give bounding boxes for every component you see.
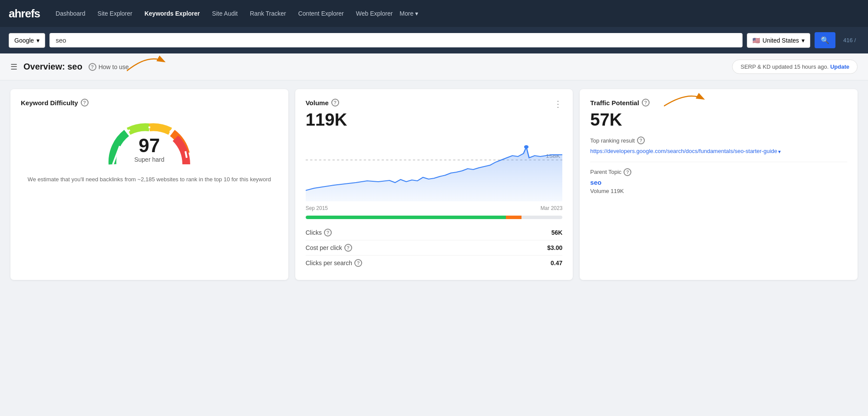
keyword-search-input[interactable]: seo bbox=[50, 33, 743, 47]
kd-card-title: Keyword Difficulty ? bbox=[21, 99, 278, 106]
clicks-info-icon[interactable]: ? bbox=[324, 229, 332, 236]
main-content: Keyword Difficulty ? bbox=[0, 80, 868, 289]
logo-a: a bbox=[9, 7, 14, 20]
gauge-container: 97 Super hard We estimate that you'll ne… bbox=[21, 110, 278, 188]
keyword-difficulty-card: Keyword Difficulty ? bbox=[10, 89, 288, 280]
nav-item-dashboard[interactable]: Dashboard bbox=[50, 7, 91, 20]
volume-value: 119K bbox=[306, 110, 347, 130]
nav-items: Dashboard Site Explorer Keywords Explore… bbox=[50, 7, 859, 20]
page-header: ☰ Overview: seo ? How to use SERP & KD u… bbox=[0, 53, 868, 80]
nav-item-content-explorer[interactable]: Content Explorer bbox=[293, 7, 349, 20]
volume-title-group: Volume ? 119K bbox=[306, 99, 347, 134]
update-link[interactable]: Update bbox=[830, 63, 849, 70]
search-bar: Google ▾ seo 🇺🇸 United States ▾ 🔍 416 / bbox=[0, 27, 868, 53]
update-notice: SERP & KD updated 15 hours ago. Update bbox=[732, 60, 858, 74]
page-title: Overview: seo bbox=[23, 62, 83, 72]
country-chevron-icon: ▾ bbox=[802, 37, 805, 44]
nav-item-keywords-explorer[interactable]: Keywords Explorer bbox=[139, 7, 205, 20]
logo-hrefs: hrefs bbox=[14, 7, 40, 20]
how-to-use-label: How to use bbox=[99, 63, 129, 70]
nav-item-site-explorer[interactable]: Site Explorer bbox=[92, 7, 138, 20]
top-ranking-chevron-icon: ▾ bbox=[778, 148, 781, 156]
kd-info-icon[interactable]: ? bbox=[81, 99, 89, 106]
cps-label: Clicks per search ? bbox=[306, 259, 362, 267]
traffic-potential-card: Traffic Potential ? 57K Top ranking resu… bbox=[580, 89, 858, 280]
hamburger-icon[interactable]: ☰ bbox=[10, 62, 17, 72]
cpc-value: $3.00 bbox=[547, 244, 562, 251]
result-count-badge: 416 / bbox=[840, 35, 859, 45]
top-ranking-url[interactable]: https://developers.google.com/search/doc… bbox=[590, 147, 847, 156]
traffic-card-title: Traffic Potential ? bbox=[590, 99, 847, 106]
clicks-progress-bar bbox=[306, 216, 563, 219]
nav-more-button[interactable]: More ▾ bbox=[399, 10, 418, 17]
svg-point-8 bbox=[524, 145, 528, 149]
stats-rows: Clicks ? 56K Cost per click ? $3.00 Clic… bbox=[306, 225, 563, 270]
parent-topic-label: Parent Topic ? bbox=[590, 168, 847, 176]
logo[interactable]: ahrefs bbox=[9, 7, 40, 20]
clicks-value: 56K bbox=[551, 229, 563, 236]
page-header-left: ☰ Overview: seo ? How to use bbox=[10, 62, 129, 72]
volume-header: Volume ? 119K ⋮ bbox=[306, 99, 563, 134]
chart-dates: Sep 2015 Mar 2023 bbox=[306, 205, 563, 211]
arrow-annotation bbox=[127, 53, 166, 75]
clicks-label: Clicks ? bbox=[306, 229, 332, 236]
cpc-row: Cost per click ? $3.00 bbox=[306, 240, 563, 256]
info-icon: ? bbox=[89, 63, 96, 71]
how-to-use-button[interactable]: ? How to use bbox=[89, 63, 129, 71]
volume-chart-svg: 158K bbox=[306, 134, 563, 203]
nav-item-rank-tracker[interactable]: Rank Tracker bbox=[244, 7, 291, 20]
gauge-description: We estimate that you'll need backlinks f… bbox=[28, 175, 271, 184]
volume-chart: 158K bbox=[306, 134, 563, 203]
country-flag: 🇺🇸 bbox=[752, 37, 760, 44]
traffic-info-icon[interactable]: ? bbox=[642, 99, 650, 106]
cpc-label: Cost per click ? bbox=[306, 244, 352, 252]
volume-card-title: Volume ? bbox=[306, 99, 347, 106]
search-engine-label: Google bbox=[14, 37, 34, 44]
search-icon: 🔍 bbox=[821, 37, 829, 44]
progress-green bbox=[306, 216, 506, 219]
top-ranking-label: Top ranking result ? bbox=[590, 136, 847, 144]
top-navigation: ahrefs Dashboard Site Explorer Keywords … bbox=[0, 0, 868, 27]
cps-info-icon[interactable]: ? bbox=[354, 259, 362, 267]
gauge-score: 97 bbox=[134, 136, 164, 155]
nav-item-web-explorer[interactable]: Web Explorer bbox=[351, 7, 398, 20]
country-label: United States bbox=[762, 37, 799, 44]
gauge-wrapper: 97 Super hard bbox=[102, 114, 197, 166]
parent-topic-info-icon[interactable]: ? bbox=[624, 168, 631, 176]
search-engine-selector[interactable]: Google ▾ bbox=[9, 33, 45, 48]
gauge-difficulty-label: Super hard bbox=[134, 156, 164, 163]
chevron-down-icon: ▾ bbox=[415, 10, 418, 17]
svg-line-4 bbox=[170, 131, 172, 133]
divider bbox=[590, 162, 847, 162]
volume-info-icon[interactable]: ? bbox=[331, 99, 339, 106]
progress-orange bbox=[506, 216, 521, 219]
search-button[interactable]: 🔍 bbox=[815, 32, 835, 48]
traffic-arrow-annotation bbox=[664, 91, 707, 113]
traffic-value: 57K bbox=[590, 110, 847, 130]
parent-topic-volume: Volume 119K bbox=[590, 188, 847, 194]
chart-date-start: Sep 2015 bbox=[306, 205, 328, 211]
cpc-info-icon[interactable]: ? bbox=[344, 244, 352, 252]
clicks-row: Clicks ? 56K bbox=[306, 225, 563, 240]
engine-chevron-icon: ▾ bbox=[36, 37, 40, 44]
cps-row: Clicks per search ? 0.47 bbox=[306, 256, 563, 270]
nav-item-site-audit[interactable]: Site Audit bbox=[207, 7, 243, 20]
volume-card: Volume ? 119K ⋮ 158K bbox=[295, 89, 573, 280]
country-selector[interactable]: 🇺🇸 United States ▾ bbox=[747, 33, 810, 48]
chart-date-end: Mar 2023 bbox=[541, 205, 563, 211]
volume-menu-icon[interactable]: ⋮ bbox=[554, 99, 562, 109]
parent-topic-keyword[interactable]: seo bbox=[590, 179, 847, 186]
gauge-value: 97 Super hard bbox=[134, 136, 164, 163]
cps-value: 0.47 bbox=[551, 260, 562, 266]
top-ranking-info-icon[interactable]: ? bbox=[637, 136, 645, 144]
